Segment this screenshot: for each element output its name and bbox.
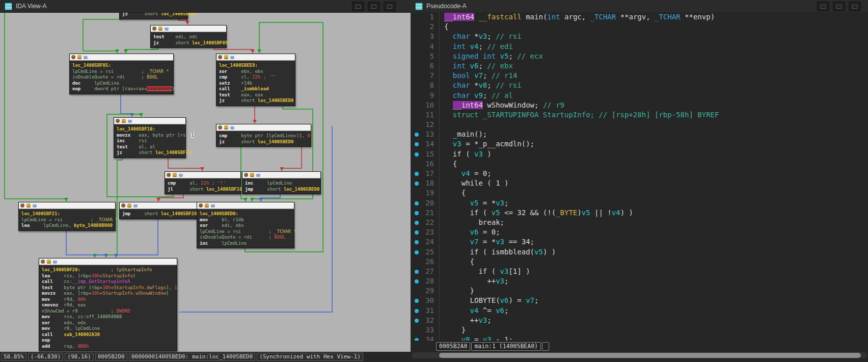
code-line-30[interactable]: 30 LOBYTE(v6) = v7; (411, 296, 868, 305)
graph-node-top-cut[interactable]: jz short loc_14005BEE8 (119, 12, 188, 19)
code-line-2[interactable]: 2{ (411, 22, 868, 32)
code-line-21[interactable]: 21 if ( v5 <= 32 && (!(_BYTE)v5 || !v4) … (411, 208, 868, 218)
asm-line[interactable]: lpCmdLine = rsi ; _TCHAR * (72, 69, 171, 75)
asm-line[interactable]: mov bl, r14b (200, 217, 291, 223)
graph-node-test-edi[interactable]: test edi, edijz short loc_14005BF05 (150, 25, 227, 48)
close-button[interactable] (384, 2, 396, 11)
asm-line[interactable]: jz short loc_14005BF28 (117, 150, 183, 156)
asm-line[interactable]: cmovnz r9d, eax (42, 302, 174, 308)
asm-line[interactable]: xor edx, edx (42, 320, 174, 326)
asm-line[interactable]: movzx eax, [rbp+30h+StartupInfo.wShowWin… (42, 291, 174, 297)
asm-line[interactable]: inc lpCmdLine (200, 241, 291, 247)
close-button[interactable] (849, 2, 861, 11)
code-line-11[interactable]: 11 struct _STARTUPINFOA StartupInfo; // … (411, 110, 868, 120)
horizontal-scrollbar[interactable] (412, 352, 867, 358)
code-line-6[interactable]: 6 int v6; // ebx (411, 61, 868, 71)
asm-line[interactable]: lea rcx, [rbp+30h+StartupInfo] (42, 273, 174, 279)
code-line-25[interactable]: 25 if ( ismbblead(v5) ) (411, 247, 868, 257)
code-line-19[interactable]: 19 { (411, 188, 868, 198)
asm-line[interactable]: cmp al, 21h ; '!' (168, 180, 238, 187)
graph-canvas[interactable]: jz short loc_14005BEE8test edi, edijz sh… (0, 12, 411, 352)
asm-line[interactable]: lea lpCmdLine, byte_14009B900 (21, 223, 113, 229)
code-area[interactable]: 1__int64 __fastcall main(int argc, _TCHA… (411, 12, 868, 341)
graph-node-cmp-quote[interactable]: cmp byte ptr [lpCmdLine+1], 0jz short lo… (216, 124, 311, 147)
asm-line[interactable]: test edi, edi (153, 34, 224, 40)
code-line-28[interactable]: 28 ++v3; (411, 276, 868, 286)
code-line-22[interactable]: 22 break; (411, 218, 868, 227)
graph-node-bf10[interactable]: loc_14005BF10:movzx eax, byte ptr [rsi+1… (114, 117, 186, 158)
asm-line[interactable]: call cs:__imp_GetStartupInfoA (42, 279, 174, 285)
asm-line[interactable]: inc lpCmdLine (245, 180, 318, 187)
pseudocode-titlebar[interactable]: Pseudocode-A (411, 0, 868, 13)
maximize-button[interactable] (833, 2, 845, 11)
asm-line[interactable]: nop dword ptr [rax+rax+00000000h] (72, 86, 171, 92)
graph-node-bf05[interactable]: loc_14005BF05:lpCmdLine = rsi ; _TCHAR *… (69, 54, 174, 94)
asm-line[interactable]: xor ebx, ebx (219, 69, 292, 75)
asm-line[interactable]: loc_14005BF05: (72, 63, 171, 69)
graph-node-bf21[interactable]: loc_14005BF21:lpCmdLine = rsi ; _TCHAR *… (18, 202, 116, 231)
graph-node-bed0[interactable]: loc_14005BED0:mov bl, r14bxor edi, ebxlp… (197, 202, 294, 248)
asm-line[interactable]: jz short loc_14005BED0 (219, 98, 292, 104)
asm-line[interactable]: xor edi, ebx (200, 223, 291, 229)
asm-line[interactable]: add rsp, 0B0h (42, 344, 174, 350)
asm-line[interactable]: nop (42, 338, 174, 344)
asm-line[interactable]: mov rcx, cs:off_140094008 (42, 314, 174, 320)
asm-line[interactable]: inDoubleQuote = rdi ; BOOL (72, 74, 171, 81)
code-line-20[interactable]: 20 v5 = *v3; (411, 198, 868, 208)
maximize-button[interactable] (368, 2, 380, 11)
asm-line[interactable]: jz short loc_14005BEE8 (122, 12, 185, 17)
asm-line[interactable]: loc_14005BF21: (21, 211, 113, 217)
asm-line[interactable]: dec lpCmdLine (72, 81, 171, 87)
graph-node-cmp-21h[interactable]: cmp al, 21h ; '!'jl short loc_14005BF10 (165, 171, 241, 194)
code-line-15[interactable]: 15 if ( v3 ) (411, 149, 868, 159)
asm-line[interactable]: mov r9d, 0Ah (42, 297, 174, 303)
asm-line[interactable]: jmp short loc_14005BF28 (122, 211, 196, 217)
asm-line[interactable]: jz short loc_14005BED0 (219, 139, 308, 145)
undock-button[interactable] (352, 2, 364, 11)
asm-line[interactable]: mov r8, lpCmdLine (42, 326, 174, 332)
asm-line[interactable]: inc rsi (117, 138, 183, 144)
asm-line[interactable]: jmp short loc_14005BED0 (245, 187, 318, 193)
code-line-23[interactable]: 23 v6 = 0; (411, 227, 868, 237)
graph-node-bee8[interactable]: loc_14005BEE8:xor ebx, ebxcmp cl, 22h ; … (216, 54, 295, 106)
asm-line[interactable]: lpCmdLine = rsi ; _TCHAR * (21, 217, 113, 223)
code-line-5[interactable]: 5 signed int v5; // ecx (411, 51, 868, 61)
code-line-7[interactable]: 7 bool v7; // r14 (411, 71, 868, 81)
asm-line[interactable]: nShowCmd = r9 ; DWORD (42, 308, 174, 315)
code-line-1[interactable]: 1__int64 __fastcall main(int argc, _TCHA… (411, 12, 868, 22)
scrollbar-thumb[interactable] (439, 353, 861, 358)
code-line-34[interactable]: 34 v8 = v3 - 1; (411, 335, 868, 341)
code-line-17[interactable]: 17 v4 = 0; (411, 169, 868, 178)
asm-line[interactable]: test byte ptr [rbp+30h+StartupInfo.dwFla… (42, 285, 174, 291)
asm-line[interactable]: loc_14005BEE8: (219, 63, 292, 69)
asm-line[interactable]: jz short loc_14005BF05 (153, 40, 224, 46)
code-line-13[interactable]: 13 _main(); (411, 130, 868, 139)
code-line-33[interactable]: 33 } (411, 325, 868, 335)
asm-line[interactable]: inDoubleQuote = rdi ; BOOL (200, 235, 291, 241)
asm-line[interactable]: lpCmdLine = rsi ; _TCHAR * (200, 229, 291, 235)
code-line-29[interactable]: 29 } (411, 286, 868, 296)
asm-line[interactable]: test al, al (117, 144, 183, 150)
code-line-10[interactable]: 10 __int64 wShowWindow; // r9 (411, 100, 868, 110)
code-line-26[interactable]: 26 { (411, 257, 868, 267)
asm-line[interactable]: loc_14005BED0: (200, 211, 291, 217)
graph-node-jmp-bf28[interactable]: jmp short loc_14005BF28 (119, 202, 199, 219)
code-line-18[interactable]: 18 while ( 1 ) (411, 178, 868, 188)
code-line-27[interactable]: 27 if ( v3[1] ) (411, 267, 868, 276)
asm-line[interactable]: test eax, eax (219, 92, 292, 98)
asm-line[interactable]: call sub_140002A30 (42, 332, 174, 338)
code-line-4[interactable]: 4 int v4; // edi (411, 42, 868, 51)
code-line-14[interactable]: 14 v3 = *_p__acmdln(); (411, 139, 868, 149)
code-line-24[interactable]: 24 v7 = *v3 == 34; (411, 237, 868, 247)
asm-line[interactable]: cmp byte ptr [lpCmdLine+1], 0 (219, 133, 308, 139)
asm-line[interactable]: movzx eax, byte ptr [rsi+1] (117, 133, 183, 139)
code-line-8[interactable]: 8 char *v8; // rsi (411, 81, 868, 90)
code-line-12[interactable]: 12 (411, 120, 868, 130)
undock-button[interactable] (817, 2, 829, 11)
graph-node-inc-jmp[interactable]: inc lpCmdLinejmp short loc_14005BED0 (242, 171, 321, 194)
code-line-9[interactable]: 9 char v9; // al (411, 91, 868, 100)
code-line-16[interactable]: 16 { (411, 159, 868, 169)
ida-view-titlebar[interactable]: IDA View-A (0, 0, 411, 13)
code-line-32[interactable]: 32 ++v3; (411, 316, 868, 325)
asm-line[interactable]: setz r14b (219, 81, 292, 87)
